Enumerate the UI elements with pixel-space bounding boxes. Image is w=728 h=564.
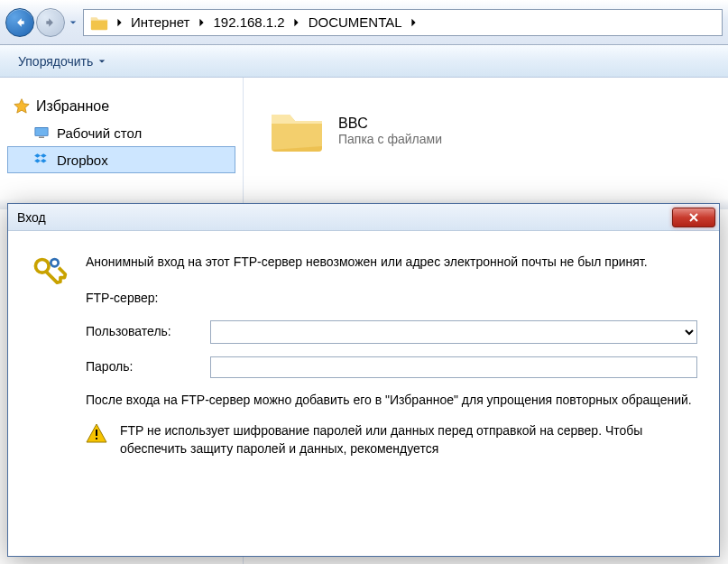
organize-label: Упорядочить: [18, 54, 93, 69]
folder-item-bbc[interactable]: BBC Папка с файлами: [260, 97, 712, 164]
breadcrumb-folder[interactable]: DOCUMENTAL: [303, 10, 408, 35]
sidebar-item-dropbox[interactable]: Dropbox: [7, 146, 235, 173]
arrow-right-icon: [44, 16, 57, 29]
breadcrumb-separator[interactable]: [408, 18, 420, 27]
chevron-right-icon: [410, 18, 417, 27]
breadcrumb-separator[interactable]: [290, 18, 303, 27]
svg-rect-7: [96, 438, 97, 439]
ftp-server-label: FTP-сервер:: [86, 289, 210, 307]
dialog-close-button[interactable]: [672, 208, 715, 227]
nav-forward-button[interactable]: [36, 8, 65, 37]
warning-icon: [86, 423, 107, 443]
svg-point-5: [52, 260, 58, 265]
desktop-icon: [33, 125, 50, 141]
sidebar-item-desktop[interactable]: Рабочий стол: [7, 119, 235, 146]
breadcrumb-separator[interactable]: [195, 18, 207, 27]
ftp-login-dialog: Вход Анонимный вход на этот FTP-сервер н…: [7, 203, 720, 557]
nav-back-button[interactable]: [5, 8, 34, 37]
explorer-toolbar: Упорядочить: [0, 45, 728, 78]
nav-history-dropdown[interactable]: [67, 9, 79, 36]
close-icon: [688, 212, 699, 223]
favorites-note: После входа на FTP-сервер можно добавить…: [86, 391, 697, 409]
password-input[interactable]: [210, 356, 697, 378]
organize-menu[interactable]: Упорядочить: [11, 51, 113, 72]
arrow-left-icon: [14, 16, 26, 29]
breadcrumb-host[interactable]: 192.168.1.2: [207, 10, 290, 35]
chevron-down-icon: [98, 58, 106, 65]
chevron-right-icon: [116, 18, 123, 27]
chevron-right-icon: [198, 18, 205, 27]
security-warning-text: FTP не использует шифрование паролей или…: [120, 421, 697, 458]
chevron-down-icon: [69, 19, 77, 26]
keys-icon: [30, 254, 69, 294]
folder-icon: [89, 13, 109, 32]
password-label: Пароль:: [86, 357, 210, 375]
folder-subtitle: Папка с файлами: [338, 132, 442, 146]
dialog-titlebar: Вход: [8, 204, 719, 231]
dialog-body: Анонимный вход на этот FTP-сервер невозм…: [8, 231, 719, 458]
address-bar[interactable]: Интернет 192.168.1.2 DOCUMENTAL: [83, 9, 723, 36]
dialog-title: Вход: [17, 210, 46, 225]
breadcrumb-separator[interactable]: [113, 18, 125, 27]
svg-rect-1: [35, 128, 48, 135]
sidebar-item-label: Dropbox: [57, 153, 108, 168]
chevron-right-icon: [293, 18, 299, 27]
favorites-label: Избранное: [36, 98, 109, 115]
dialog-message: Анонимный вход на этот FTP-сервер невозм…: [86, 253, 697, 271]
svg-rect-6: [96, 430, 97, 436]
username-label: Пользователь:: [86, 322, 210, 340]
folder-name: BBC: [338, 116, 442, 132]
svg-rect-2: [39, 137, 44, 139]
sidebar-item-label: Рабочий стол: [57, 125, 142, 141]
favorites-header[interactable]: Избранное: [7, 94, 235, 119]
dropbox-icon: [33, 152, 50, 168]
address-navbar: Интернет 192.168.1.2 DOCUMENTAL: [0, 0, 728, 45]
folder-large-icon: [268, 106, 326, 156]
star-icon: [13, 97, 31, 116]
username-input[interactable]: [210, 320, 697, 344]
breadcrumb-internet[interactable]: Интернет: [125, 10, 195, 35]
